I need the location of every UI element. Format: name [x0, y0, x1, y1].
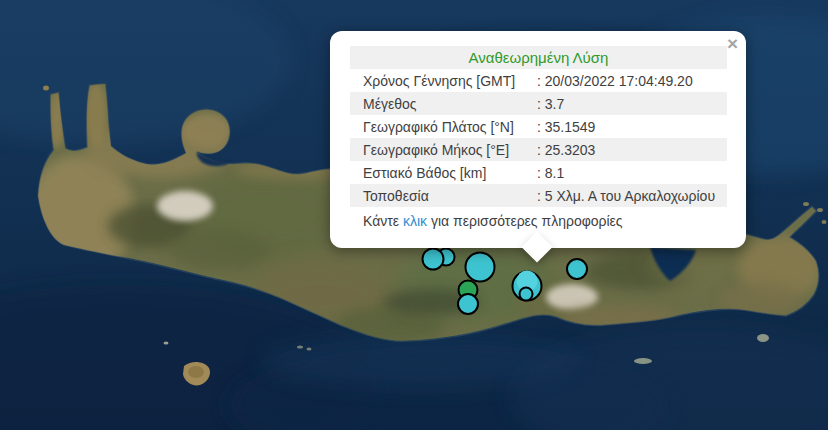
popup-row-value: : 35.1549: [537, 119, 727, 135]
earthquake-marker[interactable]: [567, 259, 587, 279]
popup-row-label: Γεωγραφικό Πλάτος [°N]: [350, 119, 537, 135]
popup-row: Εστιακό Βάθος [km]: 8.1: [350, 161, 727, 184]
gavdos-highland: [188, 366, 204, 378]
popup-row-label: Εστιακό Βάθος [km]: [350, 165, 537, 181]
gavdopoula-islet: [164, 342, 169, 345]
cape-sideros-islet: [822, 220, 827, 224]
popup-row: Γεωγραφικό Πλάτος [°N]: 35.1549: [350, 115, 727, 138]
popup-row-value: : 8.1: [537, 165, 727, 181]
popup-row-label: Γεωγραφικό Μήκος [°E]: [350, 142, 537, 158]
popup-footer: Κάντε κλικ για περισσότερες πληροφορίες: [363, 213, 727, 229]
popup-row-value: : 5 Χλμ. Α του Αρκαλοχωρίου: [537, 188, 727, 204]
popup-row-value: : 25.3203: [537, 142, 727, 158]
popup-row-value: : 3.7: [537, 96, 727, 112]
earthquake-popup: × Αναθεωρημένη Λύση Χρόνος Γέννησης [GMT…: [330, 31, 746, 248]
popup-close-button[interactable]: ×: [727, 34, 738, 53]
earthquake-marker[interactable]: [423, 249, 444, 270]
koufonisi-islet: [757, 334, 769, 342]
earthquake-marker[interactable]: [520, 288, 533, 301]
earthquake-marker[interactable]: [466, 253, 495, 282]
earthquake-marker[interactable]: [458, 294, 478, 314]
popup-row: Τοποθεσία: 5 Χλμ. Α του Αρκαλοχωρίου: [350, 184, 727, 207]
paximadia-islet: [307, 348, 312, 351]
chrysi-islet: [634, 358, 652, 364]
popup-row: Χρόνος Γέννησης [GMT]: 20/03/2022 17:04:…: [350, 69, 727, 92]
popup-row-label: Τοποθεσία: [350, 188, 537, 204]
popup-footer-prefix: Κάντε: [363, 213, 403, 229]
cape-sideros-islet: [803, 202, 809, 206]
popup-row-label: Χρόνος Γέννησης [GMT]: [350, 73, 537, 89]
popup-row-value: : 20/03/2022 17:04:49.20: [537, 73, 727, 89]
popup-title: Αναθεωρημένη Λύση: [350, 46, 727, 69]
popup-row: Γεωγραφικό Μήκος [°E]: 25.3203: [350, 138, 727, 161]
paximadia-islet: [297, 346, 303, 349]
popup-footer-suffix: για περισσότερες πληροφορίες: [427, 213, 623, 229]
popup-content: Αναθεωρημένη Λύση Χρόνος Γέννησης [GMT]:…: [350, 46, 727, 229]
gramvousa-islet: [43, 86, 49, 91]
popup-row: Μέγεθος: 3.7: [350, 92, 727, 115]
cape-sideros-islet: [817, 208, 823, 212]
popup-more-info-link[interactable]: κλικ: [403, 213, 427, 229]
map-app: × Αναθεωρημένη Λύση Χρόνος Γέννησης [GMT…: [0, 0, 828, 430]
popup-table-rows: Χρόνος Γέννησης [GMT]: 20/03/2022 17:04:…: [350, 69, 727, 207]
popup-row-label: Μέγεθος: [350, 96, 537, 112]
